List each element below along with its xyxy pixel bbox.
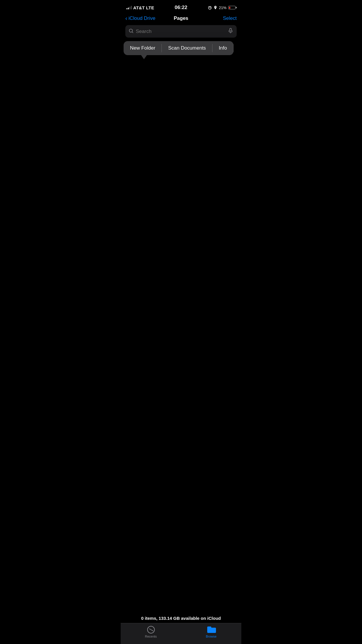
chevron-left-icon: ‹ (125, 15, 127, 22)
microphone-icon[interactable] (228, 28, 233, 35)
back-label: iCloud Drive (129, 15, 156, 21)
status-right: 21% (208, 6, 236, 10)
carrier-label: AT&T LTE (133, 5, 154, 10)
page-wrapper: AT&T LTE 06:22 21% ‹ (121, 0, 241, 215)
context-menu-new-folder[interactable]: New Folder (124, 41, 162, 55)
svg-line-7 (132, 32, 133, 33)
alarm-icon (208, 6, 212, 10)
context-menu-info[interactable]: Info (212, 41, 233, 55)
status-left: AT&T LTE (126, 5, 154, 10)
content-area: New Folder Scan Documents Info (121, 41, 241, 215)
time-display: 06:22 (175, 5, 187, 10)
select-button[interactable]: Select (223, 15, 237, 21)
context-menu-arrow (141, 55, 147, 59)
svg-point-5 (215, 7, 216, 8)
search-icon (129, 29, 133, 34)
search-container (121, 25, 241, 41)
back-button[interactable]: ‹ iCloud Drive (125, 15, 155, 22)
context-menu-scan-documents[interactable]: Scan Documents (162, 41, 212, 55)
context-menu: New Folder Scan Documents Info (124, 41, 233, 55)
nav-bar: ‹ iCloud Drive Pages Select (121, 13, 241, 25)
battery-percent: 21% (219, 6, 226, 10)
search-input[interactable] (136, 29, 226, 34)
page-title: Pages (174, 15, 188, 21)
search-bar[interactable] (125, 25, 237, 38)
battery-icon (228, 6, 236, 9)
location-icon (214, 6, 217, 10)
svg-rect-8 (230, 28, 231, 31)
status-bar: AT&T LTE 06:22 21% (121, 0, 241, 13)
battery-fill (229, 7, 230, 9)
signal-bars (126, 6, 132, 9)
